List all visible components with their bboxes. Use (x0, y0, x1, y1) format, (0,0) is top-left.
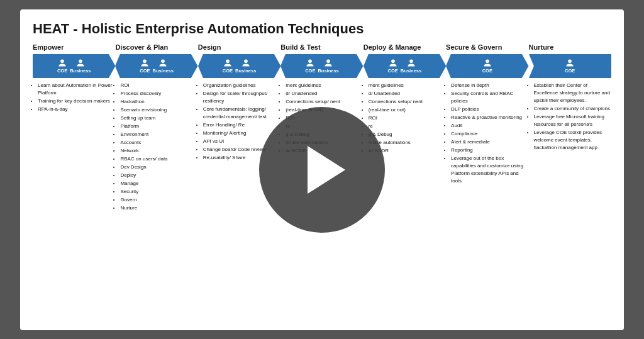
column-secure: Secure & Govern COEDefense in depthSecur… (446, 43, 528, 213)
arrow-banner-empower: COE Business (33, 54, 115, 78)
persona-badge-business: Business (235, 58, 256, 74)
column-discover: Discover & Plan COE BusinessROIProcess d… (115, 43, 197, 213)
list-item: Learn about Automation in Power Platform (38, 82, 115, 97)
arrow-banner-nurture: COE (529, 54, 611, 78)
list-item: g & Debug (369, 131, 446, 138)
list-item: Design for scale/ throughput/ resiliency (203, 90, 280, 105)
bullet-list-empower: Learn about Automation in Power Platform… (33, 82, 115, 114)
list-item: Reactive & proactive monitoring (451, 114, 528, 121)
svg-point-18 (568, 59, 572, 63)
personas-build: COE Business (305, 58, 339, 74)
bullet-list-nurture: Establish their Center of Excellence str… (529, 82, 611, 152)
svg-point-1 (60, 59, 64, 63)
persona-badge-coe: COE (305, 58, 315, 74)
list-item: Platform (120, 123, 197, 130)
column-nurture: Nurture COEEstablish their Center of Exc… (529, 43, 611, 213)
list-item: Security controls and RBAC policies (451, 90, 528, 105)
list-item: Error Handling/ Re (203, 121, 280, 129)
personas-design: COE Business (223, 58, 257, 74)
svg-point-10 (308, 59, 312, 63)
list-item: re (369, 123, 446, 130)
slide-title: HEAT - Holistic Enterprise Automation Te… (33, 21, 611, 37)
personas-nurture: COE (565, 58, 575, 74)
svg-point-14 (409, 59, 413, 63)
persona-badge-business: Business (318, 58, 338, 74)
list-item: Reporting (451, 147, 528, 154)
persona-badge-business: Business (70, 58, 91, 74)
svg-point-5 (161, 59, 165, 63)
list-item: Create a community of champions (534, 105, 611, 113)
bullet-list-discover: ROIProcess discoveryHackathonScenario en… (115, 82, 197, 213)
arrow-banner-discover: COE Business (115, 54, 197, 78)
persona-badge-business: Business (153, 58, 174, 74)
list-item: Training for key decision makers (38, 97, 115, 105)
persona-badge-coe: COE (565, 58, 575, 74)
list-item: ment guidelines (286, 82, 363, 89)
col-header-empower: Empower (33, 43, 115, 51)
list-item: ROI (369, 114, 446, 122)
list-item: Deploy (120, 172, 197, 179)
list-item: ment guidelines (369, 82, 446, 89)
list-item: Leverage free Microsoft training resourc… (534, 113, 611, 128)
personas-empower: COE Business (57, 58, 91, 74)
list-item: (real-time or not) (369, 106, 446, 114)
list-item: Scenario envisioning (120, 106, 197, 114)
col-header-deploy: Deploy & Manage (364, 43, 446, 51)
persona-badge-coe: COE (140, 58, 150, 74)
list-item: Network (120, 147, 197, 155)
col-header-discover: Discover & Plan (115, 43, 197, 51)
list-item: Establish their Center of Excellence str… (534, 82, 611, 104)
personas-deploy: COE Business (388, 58, 422, 74)
arrow-banner-build: COE Business (280, 54, 363, 78)
list-item: Dev Design (120, 164, 197, 171)
list-item: ROI (120, 82, 197, 89)
persona-badge-business: Business (401, 58, 421, 74)
list-item: Connections setup/ nent (369, 98, 446, 106)
column-empower: Empower COE BusinessLearn about Automati… (33, 43, 115, 213)
personas-discover: COE Business (140, 58, 174, 74)
list-item: Process discovery (120, 90, 197, 97)
persona-badge-coe: COE (388, 58, 398, 74)
list-item: Defense in depth (451, 82, 528, 89)
list-item: Nurture (120, 204, 197, 212)
arrow-banner-design: COE Business (198, 54, 280, 78)
list-item: Accounts (120, 139, 197, 147)
list-item: Security (120, 188, 197, 196)
svg-point-8 (244, 59, 248, 63)
bullet-list-secure: Defense in depthSecurity controls and RB… (446, 82, 528, 186)
list-item: DLP policies (451, 106, 528, 113)
persona-badge-coe: COE (482, 58, 492, 74)
list-item: Environment (120, 131, 197, 138)
col-header-secure: Secure & Govern (446, 43, 528, 51)
list-item: Organization guidelines (203, 82, 280, 89)
list-item: RPA-in-a-day (38, 106, 115, 113)
list-item: Core fundamentals: logging/ credential m… (203, 106, 280, 121)
arrow-banner-secure: COE (446, 54, 528, 78)
list-item: Audit (451, 122, 528, 130)
list-item: Alert & remediate (451, 138, 528, 146)
list-item: Leverage COE toolkit provides welcome ev… (534, 129, 611, 152)
persona-badge-coe: COE (57, 58, 67, 74)
col-header-nurture: Nurture (529, 43, 611, 51)
svg-point-2 (79, 59, 82, 63)
video-play-overlay[interactable] (259, 107, 385, 233)
personas-secure: COE (482, 58, 492, 74)
play-icon (308, 146, 345, 194)
list-item: Compliance (451, 130, 528, 138)
list-item: RBAC on users/ data (120, 155, 197, 163)
svg-point-4 (143, 59, 147, 63)
list-item: d/ Unattended (286, 90, 363, 97)
list-item: d/ Unattended (369, 90, 446, 97)
list-item: Connections setup/ nent (286, 98, 363, 106)
svg-point-13 (391, 59, 395, 63)
slide-container: HEAT - Holistic Enterprise Automation Te… (20, 9, 624, 330)
svg-point-16 (486, 59, 489, 63)
col-header-build: Build & Test (280, 43, 363, 51)
list-item: Govern (120, 196, 197, 204)
col-header-design: Design (198, 43, 280, 51)
list-item: Manage (120, 180, 197, 187)
list-item: Setting up team (120, 114, 197, 122)
arrow-banner-deploy: COE Business (364, 54, 446, 78)
list-item: Leverage out of the box capabilities and… (451, 155, 528, 185)
list-item: Hackathon (120, 98, 197, 106)
